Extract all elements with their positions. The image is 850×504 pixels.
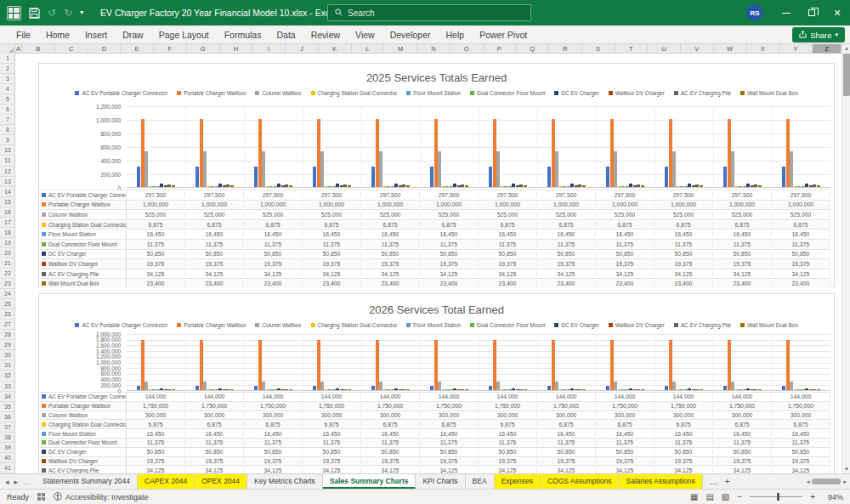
column-header-j[interactable]: J bbox=[286, 44, 319, 54]
row-header-34[interactable]: 34 bbox=[0, 392, 15, 402]
ribbon-tab-formulas[interactable]: Formulas bbox=[217, 25, 269, 44]
row-header-17[interactable]: 17 bbox=[0, 218, 15, 228]
row-header-33[interactable]: 33 bbox=[0, 382, 15, 392]
column-header-s[interactable]: S bbox=[582, 44, 615, 54]
column-header-z[interactable]: Z bbox=[813, 44, 842, 54]
ribbon-tab-draw[interactable]: Draw bbox=[115, 25, 151, 44]
select-all-corner[interactable] bbox=[0, 44, 15, 54]
row-header-40[interactable]: 40 bbox=[0, 453, 15, 463]
row-header-8[interactable]: 8 bbox=[0, 125, 15, 135]
row-header-18[interactable]: 18 bbox=[0, 228, 15, 238]
row-header-28[interactable]: 28 bbox=[0, 330, 15, 340]
restore-button[interactable] bbox=[799, 0, 824, 25]
ribbon-tab-review[interactable]: Review bbox=[303, 25, 348, 44]
sheet-tab-opex-2044[interactable]: OPEX 2044 bbox=[195, 474, 247, 489]
sheet-tab-bea[interactable]: BEA bbox=[466, 474, 495, 489]
ribbon-tab-developer[interactable]: Developer bbox=[382, 25, 439, 44]
ribbon-tab-insert[interactable]: Insert bbox=[77, 25, 115, 44]
row-header-5[interactable]: 5 bbox=[0, 94, 15, 105]
sheet-tab-key-metrics-charts[interactable]: Key Metrics Charts bbox=[247, 474, 323, 489]
ribbon-tab-help[interactable]: Help bbox=[439, 25, 473, 44]
column-header-q[interactable]: Q bbox=[516, 44, 549, 54]
row-header-7[interactable]: 7 bbox=[0, 115, 15, 125]
sheet-tab-expenses[interactable]: Expenses bbox=[495, 474, 541, 489]
new-sheet-button[interactable]: + bbox=[725, 477, 730, 486]
column-header-d[interactable]: D bbox=[88, 44, 122, 54]
sheet-nav-more-icon[interactable]: … bbox=[23, 478, 31, 486]
macro-record-icon[interactable] bbox=[37, 493, 45, 501]
account-avatar[interactable]: RS bbox=[746, 4, 763, 21]
page-break-view-icon[interactable]: ▧ bbox=[722, 492, 729, 501]
ribbon-tab-home[interactable]: Home bbox=[38, 25, 77, 44]
scroll-down-icon[interactable]: ▼ bbox=[842, 465, 850, 473]
scroll-up-icon[interactable]: ▲ bbox=[842, 44, 850, 53]
zoom-slider[interactable] bbox=[750, 496, 802, 497]
zoom-level[interactable]: 94% bbox=[823, 493, 843, 501]
ribbon-tab-page-layout[interactable]: Page Layout bbox=[151, 25, 217, 44]
all-sheets-icon[interactable]: … bbox=[710, 477, 718, 486]
row-header-13[interactable]: 13 bbox=[0, 177, 15, 187]
row-header-22[interactable]: 22 bbox=[0, 269, 15, 279]
row-header-31[interactable]: 31 bbox=[0, 360, 15, 371]
row-header-30[interactable]: 30 bbox=[0, 350, 15, 360]
vertical-scrollbar[interactable]: ▲ ▼ bbox=[842, 44, 850, 473]
column-header-b[interactable]: B bbox=[22, 44, 55, 54]
column-header-p[interactable]: P bbox=[484, 44, 517, 54]
sheet-canvas[interactable]: 2025 Services Totals EarnedAC EV Portabl… bbox=[15, 54, 842, 473]
row-header-20[interactable]: 20 bbox=[0, 248, 15, 258]
sheet-tab-sales-summary-charts[interactable]: Sales Summary Charts bbox=[323, 474, 416, 489]
sheet-nav-right-icon[interactable]: ▸ bbox=[14, 478, 19, 486]
ribbon-tab-power-pivot[interactable]: Power Pivot bbox=[472, 25, 535, 44]
row-header-25[interactable]: 25 bbox=[0, 299, 15, 309]
save-icon[interactable] bbox=[29, 8, 40, 19]
row-header-27[interactable]: 27 bbox=[0, 320, 15, 330]
hscroll-right-icon[interactable]: ▸ bbox=[843, 479, 847, 485]
row-header-14[interactable]: 14 bbox=[0, 187, 15, 197]
accessibility-status[interactable]: Accessibility: Investigate bbox=[54, 492, 149, 502]
row-header-35[interactable]: 35 bbox=[0, 402, 15, 412]
column-header-e[interactable]: E bbox=[121, 44, 154, 54]
row-header-10[interactable]: 10 bbox=[0, 145, 15, 156]
search-input[interactable]: Search bbox=[327, 4, 531, 21]
row-header-29[interactable]: 29 bbox=[0, 340, 15, 350]
row-header-16[interactable]: 16 bbox=[0, 207, 15, 218]
column-header-t[interactable]: T bbox=[615, 44, 649, 54]
column-header-u[interactable]: U bbox=[648, 44, 681, 54]
row-header-38[interactable]: 38 bbox=[0, 433, 15, 443]
ribbon-tab-file[interactable]: File bbox=[8, 25, 38, 44]
column-header-i[interactable]: I bbox=[252, 44, 286, 54]
customize-qat-caret-icon[interactable]: ▾ bbox=[80, 0, 83, 25]
row-header-12[interactable]: 12 bbox=[0, 167, 15, 177]
column-header-h[interactable]: H bbox=[220, 44, 253, 54]
row-header-26[interactable]: 26 bbox=[0, 309, 15, 320]
zoom-in-button[interactable]: + bbox=[810, 492, 815, 501]
column-header-f[interactable]: F bbox=[154, 44, 187, 54]
redo-icon[interactable]: ↻ bbox=[64, 0, 72, 25]
close-button[interactable]: × bbox=[824, 0, 850, 25]
row-header-3[interactable]: 3 bbox=[0, 74, 15, 84]
row-header-19[interactable]: 19 bbox=[0, 238, 15, 248]
row-header-2[interactable]: 2 bbox=[0, 64, 15, 74]
sheet-tab-salaries-assumptions[interactable]: Salaries Assumptions bbox=[620, 474, 703, 489]
row-header-4[interactable]: 4 bbox=[0, 84, 15, 94]
row-header-41[interactable]: 41 bbox=[0, 463, 15, 473]
column-header-n[interactable]: N bbox=[417, 44, 450, 54]
column-header-o[interactable]: O bbox=[450, 44, 484, 54]
sheet-tab-cogs-assumptions[interactable]: COGS Assumptions bbox=[541, 474, 620, 489]
share-button[interactable]: Share ▾ bbox=[792, 27, 845, 42]
horizontal-scrollbar[interactable]: ◂ ▸ bbox=[807, 474, 850, 489]
sheet-tab-statements-summary-2044[interactable]: Statements Summary 2044 bbox=[36, 474, 138, 489]
row-header-24[interactable]: 24 bbox=[0, 289, 15, 299]
row-header-21[interactable]: 21 bbox=[0, 258, 15, 269]
sheet-tab-capex-2044[interactable]: CAPEX 2044 bbox=[138, 474, 195, 489]
sheet-nav-left-icon[interactable]: ◂ bbox=[5, 478, 9, 486]
row-header-15[interactable]: 15 bbox=[0, 197, 15, 207]
minimize-button[interactable] bbox=[774, 0, 799, 25]
column-header-r[interactable]: R bbox=[549, 44, 582, 54]
excel-app-icon[interactable] bbox=[7, 6, 21, 20]
row-header-11[interactable]: 11 bbox=[0, 156, 15, 166]
column-header-m[interactable]: M bbox=[384, 44, 417, 54]
row-header-36[interactable]: 36 bbox=[0, 412, 15, 422]
column-header-g[interactable]: G bbox=[187, 44, 220, 54]
row-header-6[interactable]: 6 bbox=[0, 105, 15, 115]
